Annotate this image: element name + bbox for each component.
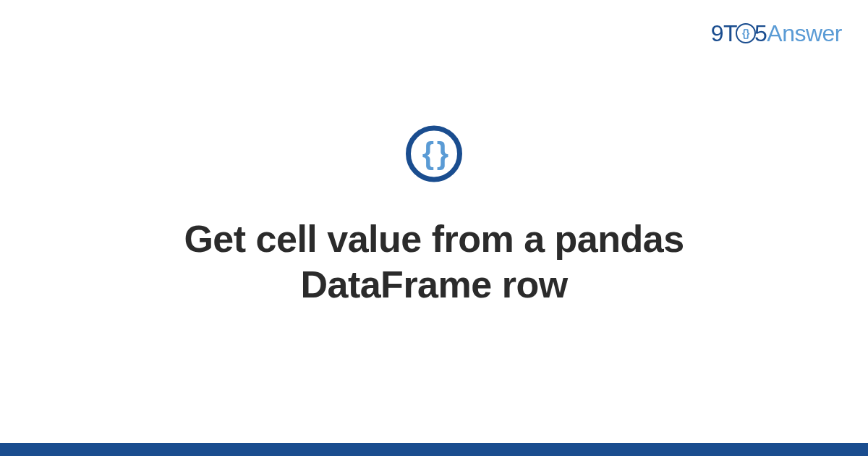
site-logo: 9T{}5Answer — [711, 20, 842, 47]
page-title: Get cell value from a pandas DataFrame r… — [101, 216, 767, 308]
logo-mid: 5 — [754, 20, 767, 46]
logo-braces-small: {} — [742, 28, 749, 39]
logo-suffix: Answer — [767, 20, 842, 46]
code-braces-icon: { } — [406, 125, 462, 182]
braces-glyph: { } — [422, 138, 446, 169]
logo-prefix: 9T — [711, 20, 737, 46]
footer-bar — [0, 443, 868, 456]
main-content: { } Get cell value from a pandas DataFra… — [0, 125, 868, 308]
logo-circle-icon: {} — [736, 23, 756, 43]
